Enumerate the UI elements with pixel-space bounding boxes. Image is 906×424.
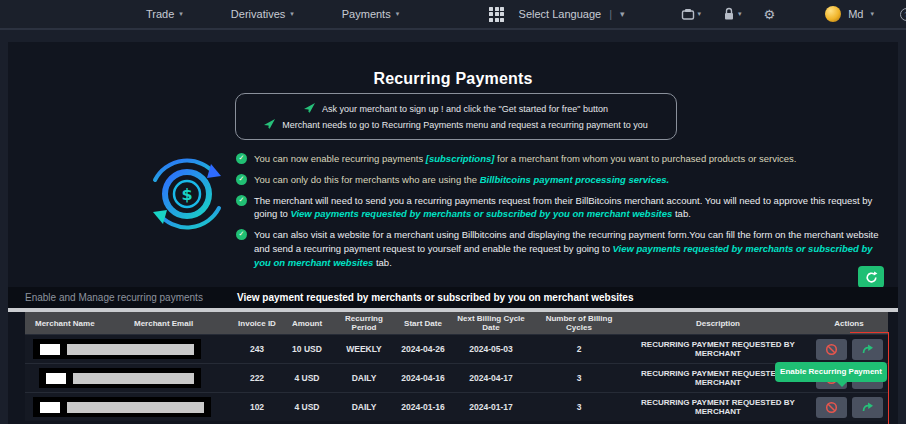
instruction-text: Merchant needs to go to Recurring Paymen…: [282, 120, 648, 130]
menu-trade[interactable]: Trade ▾: [146, 8, 183, 20]
page-title: Recurring Payments: [8, 70, 898, 88]
cell-start-date: 2024-04-26: [396, 344, 450, 354]
bullet-text: You can only do this for merchants who a…: [254, 173, 669, 187]
help-icon[interactable]: ?: [900, 8, 906, 21]
redacted-merchant-info: [33, 397, 211, 417]
cell-amount: 4 USD: [282, 373, 332, 383]
recurring-payments-icon: $: [141, 148, 233, 244]
table-row: 102 4 USD DAILY 2024-01-16 2024-01-17 3 …: [25, 392, 888, 421]
redaction-block: [40, 344, 60, 355]
check-circle-icon: ✓: [236, 195, 247, 206]
redaction-block: [46, 373, 66, 384]
chevron-down-icon: ▾: [620, 9, 625, 19]
enable-payment-button[interactable]: [852, 397, 883, 418]
main-panel: Recurring Payments Ask your merchant to …: [8, 42, 898, 424]
settings-gear-icon[interactable]: ⚙: [764, 7, 776, 22]
no-entry-icon: [825, 343, 838, 356]
bullet-item: ✓ You can also visit a website for a mer…: [236, 228, 890, 269]
cell-cycles: 2: [532, 344, 626, 354]
forward-arrow-icon: [861, 401, 874, 413]
bullet-text: The merchant will need to send you a rec…: [254, 194, 890, 222]
cell-invoice-id: 243: [232, 344, 282, 354]
menu-payments[interactable]: Payments ▾: [342, 8, 399, 20]
apps-grid-icon[interactable]: [489, 7, 504, 22]
no-entry-icon: [825, 401, 838, 414]
cell-cycles: 3: [532, 402, 626, 412]
bullet-item: ✓ The merchant will need to send you a r…: [236, 194, 890, 222]
cancel-payment-button[interactable]: [816, 339, 847, 360]
feature-bullets: ✓ You can now enable recurring payments …: [236, 152, 890, 276]
bullet-text-pre: You can now enable recurring payments: [254, 153, 426, 164]
col-merchant-name: Merchant Name: [25, 319, 130, 328]
cell-description: RECURRING PAYMENT REQUESTED BY MERCHANT: [626, 340, 810, 358]
cell-next-billing: 2024-04-17: [450, 373, 532, 383]
col-invoice-id: Invoice ID: [232, 319, 282, 328]
bullet-text-pre: You can only do this for merchants who a…: [254, 174, 480, 185]
svg-text:$: $: [181, 185, 192, 204]
security-menu[interactable]: ▾: [723, 7, 742, 21]
menu-trade-label: Trade: [146, 8, 174, 20]
cell-period: DAILY: [332, 373, 396, 383]
language-selector[interactable]: Select Language | ▾: [519, 8, 625, 20]
cell-next-billing: 2024-05-03: [450, 344, 532, 354]
cell-actions: [810, 397, 888, 418]
orders-icon: [681, 8, 695, 21]
bullet-link[interactable]: View payments requested by merchants or …: [290, 208, 672, 219]
menu-derivatives-label: Derivatives: [231, 8, 285, 20]
menu-derivatives[interactable]: Derivatives ▾: [231, 8, 294, 20]
refresh-button[interactable]: [858, 266, 884, 288]
tab-view-requested[interactable]: View payment requested by merchants or s…: [237, 292, 634, 303]
instruction-text: Ask your merchant to sign up ! and click…: [322, 104, 608, 114]
cell-invoice-id: 102: [232, 402, 282, 412]
col-billing-cycles: Number of Billing Cycles: [532, 314, 626, 332]
bullet-link[interactable]: [subscriptions]: [426, 153, 495, 164]
tab-bar: Enable and Manage recurring payments Vie…: [8, 287, 898, 308]
bullet-item: ✓ You can now enable recurring payments …: [236, 152, 890, 166]
cell-start-date: 2024-04-16: [396, 373, 450, 383]
table-row: 243 10 USD WEEKLY 2024-04-26 2024-05-03 …: [25, 334, 888, 363]
cell-invoice-id: 222: [232, 373, 282, 383]
cell-description: RECURRING PAYMENT REQUESTED BY MERCHANT: [626, 398, 810, 416]
chevron-down-icon: ▾: [698, 10, 702, 18]
bullet-link[interactable]: Billbitcoins payment processing services…: [480, 174, 670, 185]
refresh-icon: [865, 271, 878, 284]
instruction-line: Ask your merchant to sign up ! and click…: [246, 103, 666, 114]
chevron-down-icon: ▾: [738, 10, 742, 18]
cell-actions: [810, 339, 888, 360]
redacted-merchant-info: [39, 368, 201, 388]
bullet-item: ✓ You can only do this for merchants who…: [236, 173, 890, 187]
chevron-down-icon: ▾: [179, 10, 183, 18]
orders-menu[interactable]: ▾: [681, 8, 702, 21]
cell-amount: 10 USD: [282, 344, 332, 354]
forward-arrow-icon: [861, 343, 874, 355]
cell-period: DAILY: [332, 402, 396, 412]
bullet-text-post: tab.: [373, 257, 392, 268]
cell-start-date: 2024-01-16: [396, 402, 450, 412]
col-description: Description: [626, 319, 810, 328]
menu-payments-label: Payments: [342, 8, 391, 20]
redaction-block: [40, 402, 60, 413]
enable-payment-button[interactable]: [852, 339, 883, 360]
top-navbar: Trade ▾ Derivatives ▾ Payments ▾ Select …: [0, 0, 906, 30]
bullet-text-post: tab.: [672, 208, 691, 219]
chevron-down-icon: ▾: [290, 10, 294, 18]
tab-enable-manage[interactable]: Enable and Manage recurring payments: [25, 292, 203, 303]
col-merchant-email: Merchant Email: [130, 319, 232, 328]
cell-amount: 4 USD: [282, 402, 332, 412]
main-menu: Trade ▾ Derivatives ▾ Payments ▾: [146, 7, 504, 22]
avatar: [825, 6, 841, 22]
check-circle-icon: ✓: [236, 174, 247, 185]
cell-period: WEEKLY: [332, 344, 396, 354]
user-menu[interactable]: Md ▾: [825, 6, 874, 22]
language-label: Select Language: [519, 8, 602, 20]
redacted-merchant-info: [33, 339, 201, 359]
instruction-line: Merchant needs to go to Recurring Paymen…: [246, 119, 666, 130]
table-row: 222 4 USD DAILY 2024-04-16 2024-04-17 3 …: [25, 363, 888, 392]
cell-next-billing: 2024-01-17: [450, 402, 532, 412]
cancel-payment-button[interactable]: [816, 397, 847, 418]
recurring-payments-table: Merchant Name Merchant Email Invoice ID …: [25, 312, 888, 421]
divider: |: [609, 8, 612, 20]
col-start-date: Start Date: [396, 319, 450, 328]
bullet-text: You can now enable recurring payments [s…: [254, 152, 796, 166]
user-name: Md: [848, 8, 863, 20]
